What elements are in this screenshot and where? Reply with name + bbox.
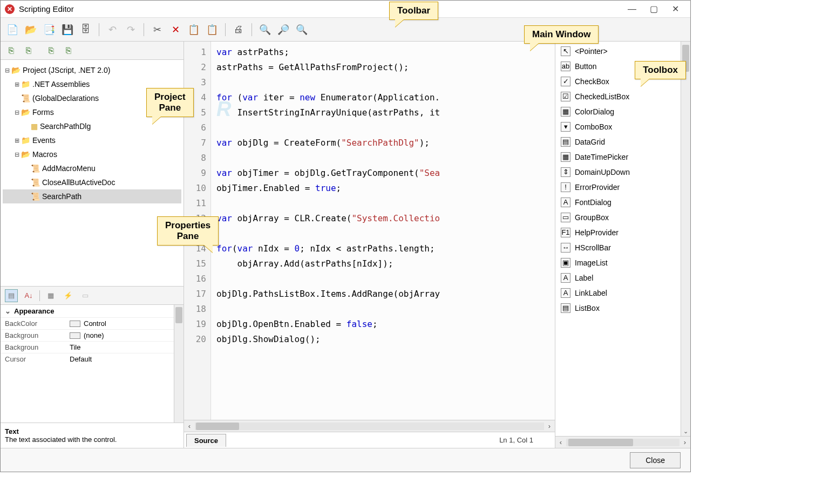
toolbox-item[interactable]: !ErrorProvider <box>555 180 681 195</box>
scroll-right-icon[interactable]: › <box>679 438 690 446</box>
code-text[interactable]: var astrPaths; astrPaths = GetAllPathsFr… <box>211 42 555 420</box>
scroll-right-icon[interactable]: › <box>544 422 555 430</box>
toolbox-item-label: LinkLabel <box>575 287 607 299</box>
scroll-down-icon[interactable]: ⌄ <box>681 428 690 435</box>
tree-label: AddMacroMenu <box>42 161 96 175</box>
tree-node-macro[interactable]: 📜AddMacroMenu <box>3 161 181 175</box>
open-icon[interactable]: 📂 <box>23 22 38 37</box>
toolbox-item-icon: ▾ <box>561 122 570 132</box>
add-macro-icon[interactable]: ⎘ <box>62 44 75 57</box>
tree-label: Project (JScript, .NET 2.0) <box>23 63 110 77</box>
categorized-icon[interactable]: ▤ <box>5 289 18 302</box>
find-icon[interactable]: 🔍 <box>257 22 273 37</box>
toolbox-item[interactable]: ▦ColorDialog <box>555 104 681 119</box>
property-row[interactable]: BackgrounTile <box>1 341 184 353</box>
tree-node-macro[interactable]: 📜CloseAllButActiveDoc <box>3 175 181 189</box>
property-name: Cursor <box>1 353 65 365</box>
toolbox-list[interactable]: ↖<Pointer>abButton✓CheckBox☑CheckedListB… <box>555 42 690 436</box>
events-icon[interactable]: ⚡ <box>62 289 74 302</box>
save-icon[interactable]: 💾 <box>60 22 75 37</box>
callout-main-window: Main Window <box>524 25 599 44</box>
toolbox-item-label: ListBox <box>575 302 600 314</box>
scrollbar-thumb[interactable] <box>175 307 182 323</box>
tree-label: Macros <box>32 147 57 161</box>
scrollbar-thumb[interactable] <box>196 423 239 430</box>
toolbox-item-label: DataGrid <box>575 136 605 148</box>
toolbox-item[interactable]: ▦DateTimePicker <box>555 149 681 165</box>
property-grid[interactable]: ⌄Appearance BackColorControlBackgroun(no… <box>1 305 184 423</box>
toolbox-item[interactable]: ▣ImageList <box>555 255 681 270</box>
property-scrollbar[interactable] <box>174 305 184 423</box>
new-icon[interactable]: 📄 <box>5 22 20 37</box>
property-value[interactable]: Default <box>65 353 184 365</box>
callout-toolbar: Toolbar <box>389 2 438 20</box>
tree-node-macro-selected[interactable]: 📜SearchPath <box>3 189 181 203</box>
paste-icon[interactable]: 📋 <box>205 22 220 37</box>
toolbox-item[interactable]: ↖<Pointer> <box>555 44 681 59</box>
property-name: Backgroun <box>1 330 65 341</box>
minimize-button[interactable]: — <box>621 4 643 14</box>
property-category[interactable]: ⌄Appearance <box>1 305 184 317</box>
toolbox-item[interactable]: ⇕DomainUpDown <box>555 165 681 180</box>
property-pages-icon[interactable]: ▭ <box>79 289 92 302</box>
code-area[interactable]: 1234567891011121314151617181920 var astr… <box>184 42 555 420</box>
scroll-left-icon[interactable]: ‹ <box>184 422 195 430</box>
toolbox-item[interactable]: ALabel <box>555 270 681 285</box>
source-tab[interactable]: Source <box>186 434 226 447</box>
toolbox-item[interactable]: ☑CheckedListBox <box>555 89 681 104</box>
toolbox-item-label: HelpProvider <box>575 227 619 239</box>
alphabetical-icon[interactable]: A↓ <box>22 289 35 302</box>
save-as-icon[interactable]: 📑 <box>42 22 57 37</box>
add-form-icon[interactable]: ⎘ <box>22 44 35 57</box>
toolbox-item-icon: ⇕ <box>561 167 570 177</box>
close-button[interactable]: Close <box>630 452 681 468</box>
toolbox-vscrollbar[interactable]: ⌄ <box>681 42 690 436</box>
toolbox-item-icon: ▤ <box>561 137 570 147</box>
find-next-icon[interactable]: 🔎 <box>276 22 291 37</box>
toolbox-pane: ↖<Pointer>abButton✓CheckBox☑CheckedListB… <box>555 42 690 448</box>
toolbox-item[interactable]: ALinkLabel <box>555 285 681 301</box>
property-value[interactable]: (none) <box>65 330 184 341</box>
scrollbar-track[interactable] <box>566 439 679 446</box>
editor-hscrollbar[interactable]: ‹ › <box>184 420 555 432</box>
editor-status-bar: Source Ln 1, Col 1 <box>184 432 555 448</box>
toolbox-item-icon: A <box>561 288 570 298</box>
close-window-button[interactable]: ✕ <box>664 4 686 14</box>
property-value[interactable]: Tile <box>65 342 184 353</box>
toolbox-item[interactable]: ▤DataGrid <box>555 134 681 149</box>
print-icon[interactable]: 🖨 <box>231 22 246 37</box>
toolbox-item[interactable]: AFontDialog <box>555 195 681 210</box>
property-row[interactable]: Backgroun(none) <box>1 329 184 341</box>
properties-icon[interactable]: ▦ <box>44 289 57 302</box>
cut-icon[interactable]: ✂ <box>150 22 165 37</box>
find-in-files-icon[interactable]: 🔍 <box>294 22 309 37</box>
save-all-icon[interactable]: 🗄 <box>78 22 93 37</box>
property-value[interactable]: Control <box>65 318 184 329</box>
toolbox-hscrollbar[interactable]: ‹ › <box>555 436 690 448</box>
maximize-button[interactable]: ▢ <box>643 4 664 14</box>
scroll-left-icon[interactable]: ‹ <box>555 438 566 446</box>
tree-label: Events <box>32 133 56 147</box>
scrollbar-thumb[interactable] <box>568 439 633 446</box>
scrollbar-track[interactable] <box>195 423 544 430</box>
callout-properties-pane: Properties Pane <box>157 216 219 246</box>
property-row[interactable]: CursorDefault <box>1 353 184 365</box>
separator <box>39 290 40 301</box>
property-row[interactable]: BackColorControl <box>1 317 184 329</box>
toolbox-item[interactable]: ▾ComboBox <box>555 119 681 134</box>
tree-label: CloseAllButActiveDoc <box>42 175 115 189</box>
add-event-icon[interactable]: ⎘ <box>45 44 58 57</box>
tree-node-events[interactable]: ⊞📁Events <box>3 133 181 147</box>
toolbox-item[interactable]: ▤ListBox <box>555 301 681 316</box>
toolbox-item[interactable]: ↔HScrollBar <box>555 240 681 255</box>
tree-node-macros[interactable]: ⊟📂Macros <box>3 147 181 161</box>
delete-icon[interactable]: ✕ <box>168 22 183 37</box>
app-icon: ✕ <box>5 4 15 14</box>
toolbox-item[interactable]: F1HelpProvider <box>555 225 681 240</box>
toolbox-item[interactable]: ▭GroupBox <box>555 210 681 225</box>
add-assembly-icon[interactable]: ⎘ <box>5 44 18 57</box>
tree-root[interactable]: ⊟📂Project (JScript, .NET 2.0) <box>3 63 181 77</box>
copy-icon[interactable]: 📋 <box>186 22 201 37</box>
undo-icon[interactable]: ↶ <box>105 22 120 37</box>
redo-icon[interactable]: ↷ <box>123 22 138 37</box>
